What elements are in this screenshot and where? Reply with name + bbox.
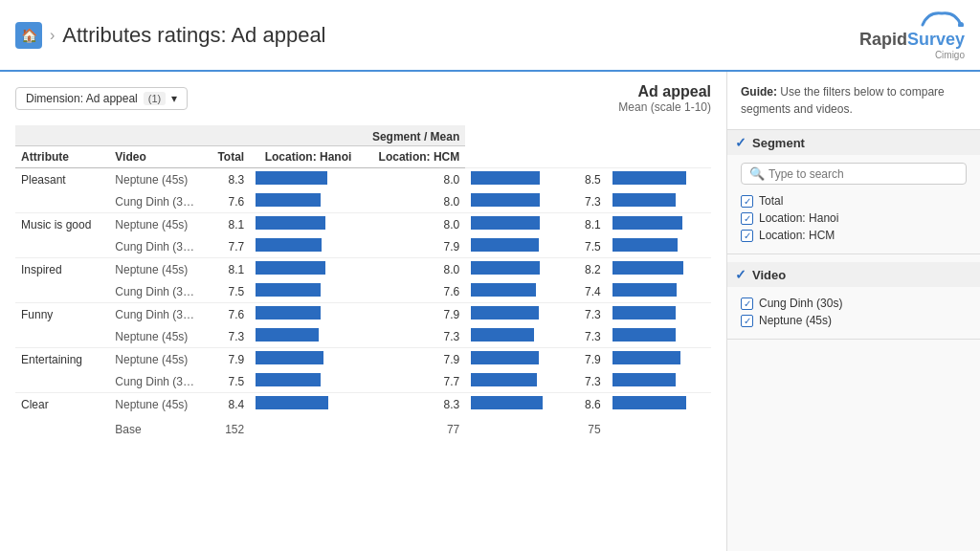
base-label-empty — [15, 415, 109, 439]
value-cell: 7.3 — [209, 325, 250, 348]
bar-cell — [465, 370, 569, 393]
table-row: Inspired Neptune (45s) 8.1 8.0 8.2 — [15, 258, 711, 281]
filter-checkbox[interactable]: ✓ — [741, 230, 753, 242]
dimension-select[interactable]: Dimension: Ad appeal (1) ▾ — [15, 87, 188, 110]
col-header-row: Attribute Video Total Location: Hanoi Lo… — [15, 146, 711, 168]
value-cell: 8.0 — [357, 168, 465, 191]
bar-cell — [250, 393, 357, 416]
filter-checkbox[interactable]: ✓ — [741, 315, 753, 327]
chart-title: Ad appeal — [618, 83, 711, 100]
page-title: Attributes ratings: Ad appeal — [62, 23, 325, 48]
attr-cell — [15, 190, 109, 213]
th-video: Video — [109, 146, 208, 168]
bar-cell — [465, 258, 569, 281]
value-cell: 7.3 — [569, 190, 606, 213]
bar-cell — [465, 348, 569, 371]
data-table: Segment / Mean Attribute Video Total Loc… — [15, 125, 711, 439]
logo-rapid: Rapid — [859, 30, 907, 49]
value-cell: 7.3 — [569, 370, 606, 393]
bar-cell — [465, 325, 569, 348]
video-cell: Cung Dinh (3… — [109, 370, 208, 393]
segment-search-input[interactable] — [768, 167, 958, 181]
bar-cell — [250, 280, 357, 303]
app-header: 🏠 › Attributes ratings: Ad appeal RapidS… — [0, 0, 980, 72]
base-label: Base — [109, 415, 208, 439]
bar-cell — [465, 213, 569, 236]
logo-survey: Survey — [907, 30, 965, 49]
attr-cell — [15, 370, 109, 393]
table-row: Pleasant Neptune (45s) 8.3 8.0 8.5 — [15, 168, 711, 191]
chart-subtitle: Mean (scale 1-10) — [618, 100, 711, 114]
th-attr-empty — [15, 125, 109, 146]
video-cell: Neptune (45s) — [109, 393, 208, 416]
bar-cell — [465, 190, 569, 213]
table-row: Cung Dinh (3… 7.5 7.7 7.3 — [15, 370, 711, 393]
segment-filter-item[interactable]: ✓Location: HCM — [741, 227, 967, 244]
bar-cell — [465, 280, 569, 303]
th-hcm: Location: HCM — [357, 146, 465, 168]
value-cell: 7.9 — [569, 348, 606, 371]
attr-cell: Inspired — [15, 258, 109, 281]
video-cell: Cung Dinh (3… — [109, 235, 208, 258]
video-cell: Cung Dinh (3… — [109, 280, 208, 303]
value-cell: 7.5 — [209, 280, 250, 303]
value-cell: 7.3 — [357, 325, 465, 348]
value-cell: 8.0 — [357, 258, 465, 281]
filter-item-label: Cung Dinh (30s) — [759, 297, 842, 310]
th-total: Total — [209, 146, 250, 168]
filter-item-label: Total — [759, 194, 783, 208]
video-cell: Neptune (45s) — [109, 325, 208, 348]
video-cell: Neptune (45s) — [109, 348, 208, 371]
value-cell: 8.3 — [357, 393, 465, 416]
breadcrumb-sep: › — [50, 27, 55, 44]
video-cell: Neptune (45s) — [109, 168, 208, 191]
value-cell: 7.9 — [357, 348, 465, 371]
value-cell: 8.0 — [357, 213, 465, 236]
bar-cell — [250, 370, 357, 393]
filter-checkbox[interactable]: ✓ — [741, 195, 753, 208]
filter-item-label: Location: HCM — [759, 229, 835, 242]
guide-box: Guide: Use the filters below to compare … — [727, 72, 980, 130]
video-check-icon: ✓ — [735, 267, 746, 282]
segment-check-icon: ✓ — [735, 135, 746, 150]
base-hanoi: 77 — [357, 415, 465, 439]
home-icon[interactable]: 🏠 — [15, 22, 42, 49]
search-icon: 🔍 — [749, 166, 765, 181]
bar-cell — [250, 190, 357, 213]
segment-filter-item[interactable]: ✓Total — [741, 192, 967, 209]
logo-sub: Cimigo — [935, 50, 965, 60]
bar-cell — [465, 235, 569, 258]
table-row: Neptune (45s) 7.3 7.3 7.3 — [15, 325, 711, 348]
filter-checkbox[interactable]: ✓ — [741, 212, 753, 225]
th-total-empty — [209, 125, 250, 146]
attr-cell — [15, 280, 109, 303]
value-cell: 8.2 — [569, 258, 606, 281]
logo: RapidSurvey Cimigo — [859, 10, 965, 60]
table-row: Music is good Neptune (45s) 8.1 8.0 8.1 — [15, 213, 711, 236]
video-filter-item[interactable]: ✓Cung Dinh (30s) — [741, 295, 967, 312]
segment-search-box[interactable]: 🔍 — [741, 163, 967, 185]
dimension-bar: Dimension: Ad appeal (1) ▾ Ad appeal Mea… — [15, 83, 711, 114]
bar-cell — [250, 303, 357, 326]
video-section-label: Video — [752, 268, 786, 282]
dimension-dropdown-arrow: ▾ — [171, 92, 177, 105]
segment-header-row: Segment / Mean — [15, 125, 711, 146]
value-cell: 7.9 — [357, 303, 465, 326]
th-video-empty — [109, 125, 208, 146]
video-cell: Neptune (45s) — [109, 258, 208, 281]
chart-title-block: Ad appeal Mean (scale 1-10) — [618, 83, 711, 114]
video-filter-item[interactable]: ✓Neptune (45s) — [741, 312, 967, 329]
value-cell: 7.7 — [357, 370, 465, 393]
attr-cell: Clear — [15, 393, 109, 416]
attr-cell — [15, 235, 109, 258]
segment-filter-item[interactable]: ✓Location: Hanoi — [741, 209, 967, 227]
attr-cell: Entertaining — [15, 348, 109, 371]
main-content: Dimension: Ad appeal (1) ▾ Ad appeal Mea… — [0, 72, 726, 551]
dimension-badge: (1) — [144, 92, 166, 105]
header-left: 🏠 › Attributes ratings: Ad appeal — [15, 22, 326, 49]
base-row: Base 152 77 75 — [15, 415, 711, 439]
value-cell: 8.4 — [209, 393, 250, 416]
value-cell: 8.1 — [209, 258, 250, 281]
filter-checkbox[interactable]: ✓ — [741, 298, 753, 310]
video-section: ✓ Video ✓Cung Dinh (30s)✓Neptune (45s) — [727, 262, 980, 340]
